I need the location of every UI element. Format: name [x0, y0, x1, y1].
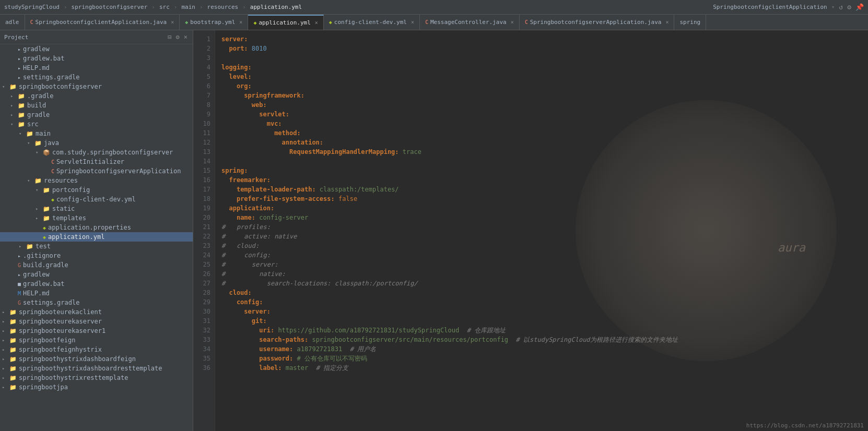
tree-node-src[interactable]: ▾📁src: [0, 119, 193, 129]
editor-tab-SpringbootconfigserverApplication.java[interactable]: CSpringbootconfigserverApplication.java×: [520, 15, 675, 30]
tree-node-gradlew.bat[interactable]: ▸gradlew.bat: [0, 54, 193, 63]
tree-label: springboothystrixdashboardresttemplate: [19, 365, 162, 372]
tree-arrow: [44, 159, 51, 164]
editor-tab-bootstrap.yml[interactable]: ◆bootstrap.yml×: [180, 15, 248, 30]
code-line-35: password: # 公有仓库可以不写密码: [221, 354, 862, 363]
tree-node-gradlew2[interactable]: ▸gradlew: [0, 270, 193, 279]
line-number-4: 4: [193, 63, 215, 72]
tree-arrow: ▸: [10, 112, 18, 117]
tree-arrow: ▸: [10, 93, 18, 99]
tree-label: gradlew: [23, 45, 50, 53]
line-number-1: 1: [193, 34, 215, 44]
code-line-17: template-loader-path: classpath:/templat…: [221, 185, 862, 194]
tree-node-springboothystrixdashboardresttemplate[interactable]: ▸📁springboothystrixdashboardresttemplate: [0, 364, 193, 373]
file-icon: 📁: [26, 130, 33, 137]
tree-node-springbootconfigserver[interactable]: ▾📁springbootconfigserver: [0, 82, 193, 91]
file-icon: ▸: [18, 74, 21, 81]
tree-node-springbooteurekaclient[interactable]: ▸📁springbooteurekaclient: [0, 307, 193, 317]
tree-node-gradlew.bat2[interactable]: ■gradlew.bat: [0, 279, 193, 289]
tree-node-settings.gradle2[interactable]: Gsettings.gradle: [0, 298, 193, 307]
code-line-36: label: master # 指定分支: [221, 363, 862, 373]
tree-node-config-client-dev.yml[interactable]: ◆config-client-dev.yml: [0, 195, 193, 204]
breadcrumb-main[interactable]: main: [181, 4, 195, 10]
editor-tab-SpringbootconfigclientApplication.java[interactable]: CSpringbootconfigclientApplication.java×: [25, 15, 180, 30]
tree-label: config-client-dev.yml: [56, 196, 136, 203]
editor-tab-spring[interactable]: spring: [674, 15, 706, 30]
tab-close-button[interactable]: ×: [511, 19, 514, 25]
tree-arrow: [10, 262, 18, 268]
tree-node-templates[interactable]: ▸📁templates: [0, 213, 193, 223]
tree-node-springbooteurekaserver[interactable]: ▸📁springbooteurekaserver: [0, 317, 193, 326]
tab-close-button[interactable]: ×: [411, 19, 414, 25]
tree-node-HELP.md[interactable]: ▸HELP.md: [0, 63, 193, 73]
tree-node-springbootfeign[interactable]: ▸📁springbootfeign: [0, 336, 193, 345]
editor-tab-adle[interactable]: adle: [0, 15, 25, 30]
tree-node-java[interactable]: ▾📁java: [0, 138, 193, 148]
line-number-30: 30: [193, 307, 215, 316]
tree-arrow: ▸: [10, 103, 18, 108]
tree-node-main[interactable]: ▾📁main: [0, 129, 193, 138]
breadcrumb-bar: studySpringCloud › springbootconfigserve…: [0, 0, 868, 15]
tree-arrow: ▸: [36, 216, 43, 221]
tree-label: HELP.md: [23, 290, 50, 297]
tab-close-button[interactable]: ×: [239, 19, 242, 25]
breadcrumb-springbootconfigserver[interactable]: springbootconfigserver: [72, 4, 148, 10]
tree-node-SpringbootconfigserverApplication[interactable]: CSpringbootconfigserverApplication: [0, 166, 193, 176]
tree-node-build[interactable]: ▸📁build: [0, 101, 193, 110]
code-content[interactable]: server: port: 8010 logging: level: org: …: [215, 30, 868, 431]
bottom-url-bar: https://blog.csdn.net/a18792721831: [746, 422, 864, 429]
tree-node-resources[interactable]: ▾📁resources: [0, 176, 193, 185]
tree-node-gradle[interactable]: ▸📁gradle: [0, 110, 193, 119]
tree-arrow: ▾: [27, 140, 34, 146]
tree-label: springbooteurekaserver1: [19, 327, 105, 334]
tree-label: .gitignore: [23, 252, 61, 259]
tree-node-build.gradle[interactable]: Gbuild.gradle: [0, 260, 193, 270]
tree-node-static[interactable]: ▸📁static: [0, 204, 193, 213]
tab-close-button[interactable]: ×: [665, 19, 668, 25]
tree-node-test[interactable]: ▸📁test: [0, 242, 193, 251]
line-number-5: 5: [193, 72, 215, 81]
tree-label: portconfig: [52, 186, 90, 194]
tree-node-ServletInitializer[interactable]: CServletInitializer: [0, 157, 193, 166]
editor-tab-MessageController.java[interactable]: CMessageController.java×: [420, 15, 520, 30]
tree-node-application.properties[interactable]: ◆application.properties: [0, 223, 193, 232]
tree-node-springboothystrixdashboardfeign[interactable]: ▸📁springboothystrixdashboardfeign: [0, 354, 193, 364]
tree-node-application.yml[interactable]: ◆application.yml: [0, 232, 193, 242]
breadcrumb-studyspringcloud[interactable]: studySpringCloud: [4, 4, 60, 10]
tree-node-.gitignore[interactable]: ▸.gitignore: [0, 251, 193, 260]
tree-node-springbooteurekaserver1[interactable]: ▸📁springbooteurekaserver1: [0, 326, 193, 336]
code-line-24: # config:: [221, 250, 862, 260]
tree-arrow: [10, 272, 18, 277]
settings-button[interactable]: ⚙: [175, 32, 181, 42]
collapse-all-button[interactable]: ⊟: [167, 32, 172, 42]
tree-node-springbootfeignhystrix[interactable]: ▸📁springbootfeignhystrix: [0, 345, 193, 354]
file-icon: ◆: [43, 234, 46, 241]
code-line-26: # native:: [221, 269, 862, 279]
breadcrumb-resources[interactable]: resources: [207, 4, 239, 10]
close-sidebar-button[interactable]: ×: [183, 32, 189, 42]
tree-label: gradlew.bat: [23, 55, 64, 62]
tab-close-button[interactable]: ×: [171, 19, 174, 25]
tree-node-HELP.md2[interactable]: MHELP.md: [0, 289, 193, 298]
tree-arrow: [10, 291, 18, 296]
pin-icon[interactable]: 📌: [855, 3, 864, 11]
tree-node-springbootjpa[interactable]: ▸📁springbootjpa: [0, 382, 193, 392]
code-line-1: server:: [221, 34, 862, 44]
tab-label: SpringbootconfigserverApplication.java: [530, 19, 662, 26]
tree-node-.gradle[interactable]: ▸📁.gradle: [0, 91, 193, 101]
tree-node-com.study.springbootconfigserver[interactable]: ▾📦com.study.springbootconfigserver: [0, 148, 193, 157]
tree-node-portconfig[interactable]: ▾📁portconfig: [0, 185, 193, 195]
editor-tab-application.yml[interactable]: ◆application.yml×: [248, 15, 323, 30]
tree-node-gradlew[interactable]: ▸gradlew: [0, 44, 193, 54]
tree-node-settings.gradle[interactable]: ▸settings.gradle: [0, 73, 193, 82]
refresh-icon[interactable]: ↺: [839, 3, 843, 11]
line-number-27: 27: [193, 279, 215, 288]
settings-icon[interactable]: ⚙: [847, 3, 851, 11]
file-icon: 📁: [9, 318, 17, 325]
tree-node-springboothystrixresttemplate[interactable]: ▸📁springboothystrixresttemplate: [0, 373, 193, 382]
breadcrumb-application-yml[interactable]: application.yml: [250, 4, 302, 10]
tab-close-button[interactable]: ×: [315, 20, 318, 26]
code-line-7: springframework:: [221, 91, 862, 100]
breadcrumb-src[interactable]: src: [159, 4, 170, 10]
editor-tab-config-client-dev.yml[interactable]: ◆config-client-dev.yml×: [324, 15, 420, 30]
